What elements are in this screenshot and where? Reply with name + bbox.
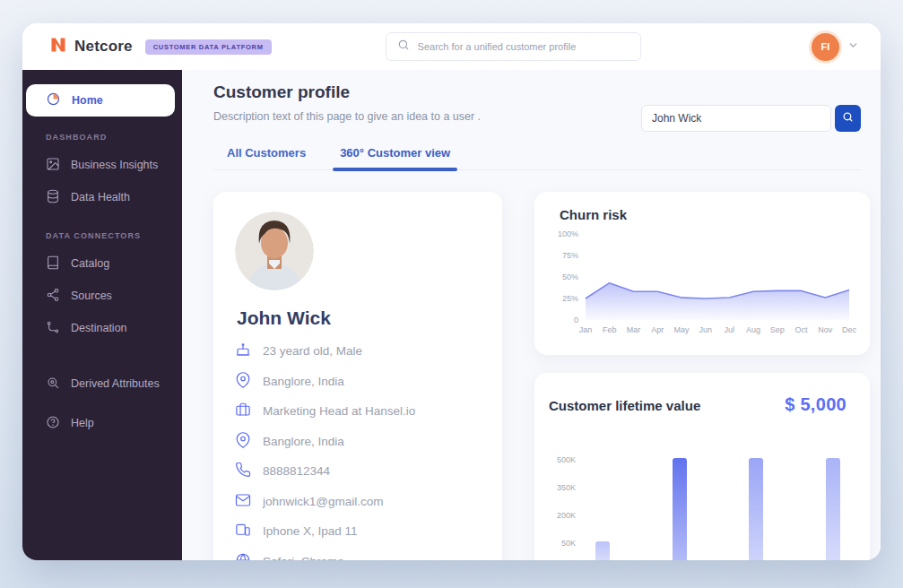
sidebar: Home DASHBOARD Business Insights Data He… [22, 70, 182, 560]
tab-360-customer-view[interactable]: 360° Customer view [340, 146, 450, 169]
churn-risk-title: Churn risk [560, 207, 857, 222]
svg-text:50%: 50% [562, 272, 578, 281]
svg-text:May: May [673, 325, 690, 334]
brand-name: Netcore [74, 38, 133, 56]
user-menu[interactable]: FI [812, 33, 859, 61]
sidebar-item-catalog[interactable]: Catalog [22, 247, 182, 280]
sidebar-item-data-health[interactable]: Data Health [22, 181, 182, 213]
svg-text:Jun: Jun [699, 325, 712, 334]
svg-text:Feb: Feb [603, 325, 617, 334]
sidebar-item-sources[interactable]: Sources [22, 280, 182, 312]
catalog-book-icon [46, 255, 60, 272]
platform-badge: CUSTOMER DATA PLATFORM [145, 39, 272, 55]
svg-text:25%: 25% [562, 294, 578, 303]
derived-attributes-icon [46, 376, 60, 393]
svg-text:350K: 350K [557, 483, 576, 492]
cake-icon [235, 342, 251, 360]
svg-text:Mar: Mar [627, 325, 641, 334]
profile-search-input[interactable] [641, 105, 831, 132]
clv-value: $ 5,000 [785, 394, 847, 415]
profile-search [641, 105, 861, 132]
customer-photo [235, 212, 314, 290]
svg-text:Dec: Dec [842, 325, 857, 334]
detail-location: Banglore, India [235, 372, 481, 391]
svg-text:50K: 50K [561, 539, 576, 548]
svg-text:75%: 75% [562, 251, 578, 260]
globe-icon [235, 552, 251, 561]
location-pin-icon [235, 372, 251, 391]
svg-text:0: 0 [574, 316, 578, 324]
briefcase-icon [235, 402, 251, 420]
sidebar-item-business-insights[interactable]: Business Insights [22, 149, 182, 181]
sidebar-item-destination[interactable]: Destination [22, 312, 182, 344]
netcore-logo-icon [49, 36, 67, 57]
clv-title: Customer lifetime value [549, 398, 700, 413]
detail-email: johnwick1@gmail.com [235, 492, 481, 511]
sidebar-section-dashboard: DASHBOARD [46, 133, 182, 142]
detail-phone: 8888812344 [235, 462, 481, 480]
detail-job: Marketing Head at Hansel.io [235, 402, 481, 420]
sources-branch-icon [46, 288, 60, 305]
clv-card: Customer lifetime value $ 5,000 500K350K… [534, 373, 870, 560]
sidebar-item-help[interactable]: Help [22, 407, 182, 439]
location-pin-icon [235, 432, 251, 451]
page-description: Description text of this page to give an… [213, 110, 481, 123]
detail-devices: Iphone X, Ipad 11 [235, 522, 481, 540]
search-icon [397, 39, 410, 55]
customer-card: John Wick 23 yeard old, Male [213, 192, 502, 560]
svg-text:100%: 100% [558, 229, 578, 238]
devices-icon [235, 522, 251, 540]
svg-text:200K: 200K [557, 511, 576, 520]
churn-risk-chart: 100%75%50%25%0JanFebMarAprMayJunJulAugSe… [547, 226, 857, 339]
search-icon [842, 111, 854, 125]
global-search-input[interactable] [418, 41, 629, 52]
home-icon [46, 91, 61, 109]
app-window: Netcore CUSTOMER DATA PLATFORM FI Home [22, 23, 881, 560]
svg-text:Jul: Jul [725, 325, 735, 334]
svg-text:Nov: Nov [818, 325, 833, 334]
svg-text:500K: 500K [557, 455, 576, 464]
avatar[interactable]: FI [812, 33, 839, 61]
clv-chart: 500K350K200K50K [549, 424, 859, 560]
svg-text:Aug: Aug [746, 325, 760, 334]
brand: Netcore CUSTOMER DATA PLATFORM [49, 36, 272, 57]
topbar: Netcore CUSTOMER DATA PLATFORM FI [22, 23, 881, 70]
global-search[interactable] [386, 32, 641, 61]
sidebar-item-derived-attributes[interactable]: Derived Attributes [22, 368, 182, 400]
svg-text:Oct: Oct [795, 325, 809, 334]
detail-location-2: Banglore, India [235, 432, 481, 451]
chevron-down-icon[interactable] [847, 39, 859, 55]
destination-route-icon [46, 320, 60, 337]
database-icon [46, 189, 60, 206]
tab-bar: All Customers 360° Customer view [213, 146, 861, 170]
phone-icon [235, 462, 251, 480]
customer-name: John Wick [237, 307, 481, 329]
customer-details: 23 yeard old, Male Banglore, India [235, 342, 481, 560]
detail-browsers: Safari, Chrome [235, 552, 481, 561]
help-icon [46, 415, 60, 432]
sidebar-section-connectors: DATA CONNECTORS [46, 231, 182, 240]
svg-text:Jan: Jan [579, 325, 593, 334]
main-content: Customer profile Description text of thi… [182, 70, 881, 560]
sidebar-item-home[interactable]: Home [26, 84, 175, 117]
svg-text:Sep: Sep [770, 325, 785, 334]
page-title: Customer profile [213, 82, 481, 102]
mail-icon [235, 492, 251, 511]
profile-search-button[interactable] [835, 105, 861, 132]
tab-all-customers[interactable]: All Customers [227, 146, 306, 169]
churn-risk-card: Churn risk 100%75%50%25%0JanFebMarAprMay… [534, 192, 870, 355]
insights-image-icon [46, 157, 60, 174]
svg-text:Apr: Apr [651, 325, 664, 334]
detail-age: 23 yeard old, Male [235, 342, 481, 360]
